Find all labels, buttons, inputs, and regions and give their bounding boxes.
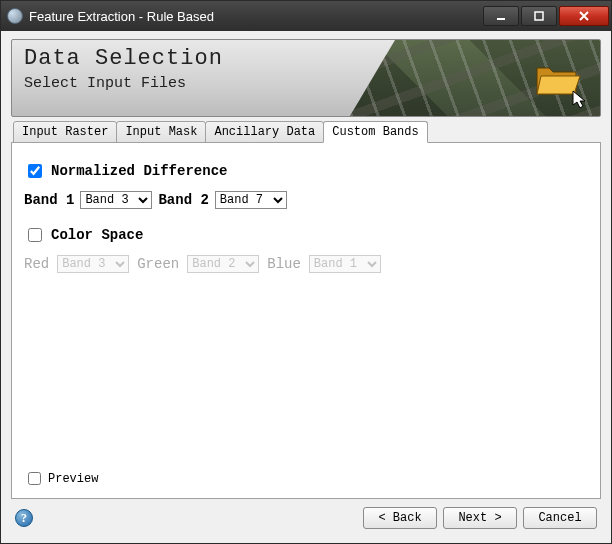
window-title: Feature Extraction - Rule Based	[29, 9, 483, 24]
close-icon	[578, 10, 590, 22]
rgb-row: Red Band 3 Green Band 2 Blue Band 1	[24, 255, 588, 273]
red-select: Band 3	[57, 255, 129, 273]
preview-checkbox[interactable]	[28, 472, 41, 485]
band1-label: Band 1	[24, 192, 74, 208]
tab-input-mask[interactable]: Input Mask	[116, 121, 206, 143]
cancel-button[interactable]: Cancel	[523, 507, 597, 529]
preview-label: Preview	[48, 472, 98, 486]
color-space-checkbox[interactable]	[28, 228, 42, 242]
tab-container: Input Raster Input Mask Ancillary Data C…	[11, 121, 601, 499]
svg-marker-6	[573, 91, 585, 108]
back-button[interactable]: < Back	[363, 507, 437, 529]
band2-label: Band 2	[158, 192, 208, 208]
help-icon[interactable]: ?	[15, 509, 33, 527]
blue-label: Blue	[267, 256, 301, 272]
app-window: Feature Extraction - Rule Based Data Sel…	[0, 0, 612, 544]
tab-custom-bands[interactable]: Custom Bands	[323, 121, 427, 143]
preview-row: Preview	[24, 469, 98, 488]
page-subtitle: Select Input Files	[24, 75, 338, 92]
titlebar: Feature Extraction - Rule Based	[1, 1, 611, 31]
svg-rect-1	[535, 12, 543, 20]
next-button[interactable]: Next >	[443, 507, 517, 529]
band-select-row: Band 1 Band 3 Band 2 Band 7	[24, 191, 588, 209]
tab-input-raster[interactable]: Input Raster	[13, 121, 117, 143]
cursor-icon	[572, 90, 588, 110]
color-space-row: Color Space	[24, 225, 588, 245]
minimize-button[interactable]	[483, 6, 519, 26]
wizard-footer: ? < Back Next > Cancel	[11, 499, 601, 533]
page-title: Data Selection	[24, 46, 338, 71]
normalized-diff-label: Normalized Difference	[51, 163, 227, 179]
tab-panel-custom-bands: Normalized Difference Band 1 Band 3 Band…	[11, 142, 601, 499]
wizard-header: Data Selection Select Input Files	[11, 39, 601, 117]
band2-select[interactable]: Band 7	[215, 191, 287, 209]
header-text: Data Selection Select Input Files	[12, 40, 350, 116]
normalized-diff-row: Normalized Difference	[24, 161, 588, 181]
band1-select[interactable]: Band 3	[80, 191, 152, 209]
maximize-button[interactable]	[521, 6, 557, 26]
tab-ancillary-data[interactable]: Ancillary Data	[205, 121, 324, 143]
blue-select: Band 1	[309, 255, 381, 273]
header-image	[350, 40, 600, 116]
minimize-icon	[495, 10, 507, 22]
green-label: Green	[137, 256, 179, 272]
close-button[interactable]	[559, 6, 609, 26]
red-label: Red	[24, 256, 49, 272]
app-icon	[7, 8, 23, 24]
window-controls	[483, 6, 609, 26]
normalized-diff-checkbox[interactable]	[28, 164, 42, 178]
color-space-label: Color Space	[51, 227, 143, 243]
client-area: Data Selection Select Input Files Input …	[1, 31, 611, 543]
tab-row: Input Raster Input Mask Ancillary Data C…	[11, 121, 601, 143]
maximize-icon	[533, 10, 545, 22]
green-select: Band 2	[187, 255, 259, 273]
